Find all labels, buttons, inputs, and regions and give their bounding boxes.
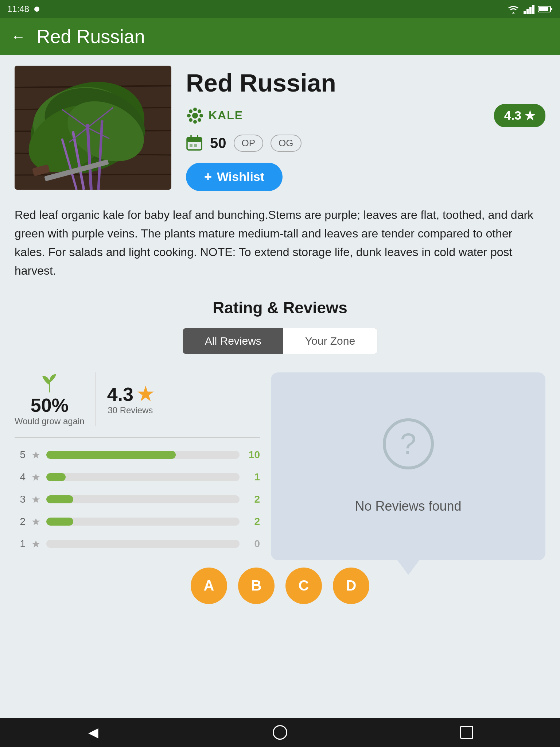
svg-rect-42 xyxy=(190,144,192,147)
rating-left: 50% Would grow again 4.3 ★ 30 Reviews 5 … xyxy=(15,372,260,560)
app-bar-title: Red Russian xyxy=(36,26,145,47)
svg-point-35 xyxy=(198,109,201,113)
svg-rect-6 xyxy=(539,7,548,11)
plant-info: Red Russian KALE xyxy=(186,66,545,191)
no-reviews-box: ? No Reviews found xyxy=(271,372,545,560)
tab-all-reviews[interactable]: All Reviews xyxy=(183,328,283,354)
no-reviews-text: No Reviews found xyxy=(355,499,461,514)
status-bar: 11:48 xyxy=(0,0,560,18)
tab-container: All Reviews Your Zone xyxy=(183,328,377,354)
grow-again-percent: 50% xyxy=(31,394,69,416)
status-bar-right xyxy=(507,4,553,14)
svg-point-0 xyxy=(34,7,39,12)
review-count: 30 Reviews xyxy=(108,405,153,415)
calendar-icon xyxy=(186,135,203,151)
svg-point-30 xyxy=(193,108,197,111)
svg-rect-2 xyxy=(526,9,529,14)
question-mark-circle: ? xyxy=(383,418,434,469)
tab-bar: All Reviews Your Zone xyxy=(15,328,545,354)
nav-back-button[interactable]: ◀ xyxy=(82,721,104,743)
status-bar-left: 11:48 xyxy=(7,4,41,14)
dot-icon xyxy=(33,5,41,13)
back-button[interactable]: ← xyxy=(11,28,26,45)
rating-star-icon: ★ xyxy=(524,108,535,123)
category-left: KALE xyxy=(186,107,243,125)
rating-stats-row: 50% Would grow again 4.3 ★ 30 Reviews 5 … xyxy=(15,372,545,560)
star-bars: 5 ★ 10 4 ★ 1 3 ★ xyxy=(15,449,260,550)
svg-point-33 xyxy=(199,114,203,117)
category-icon xyxy=(186,107,204,125)
tag-op: OP xyxy=(234,135,264,152)
svg-point-31 xyxy=(193,120,197,124)
star-bar-row-3: 3 ★ 2 xyxy=(15,494,260,506)
rating-section-title: Rating & Reviews xyxy=(15,299,545,317)
svg-rect-39 xyxy=(187,138,202,142)
bar-track-5 xyxy=(46,451,240,459)
bar-track-4 xyxy=(46,473,240,481)
rating-badge: 4.3 ★ xyxy=(494,104,545,127)
svg-point-32 xyxy=(187,114,191,117)
svg-point-29 xyxy=(192,113,198,119)
home-circle-icon xyxy=(273,725,287,740)
svg-rect-7 xyxy=(551,8,552,10)
tab-your-zone[interactable]: Your Zone xyxy=(283,328,377,354)
bar-track-3 xyxy=(46,495,240,503)
signal-icon xyxy=(524,4,534,14)
grow-again-section: 50% Would grow again xyxy=(15,372,96,426)
star-bar-row-5: 5 ★ 10 xyxy=(15,449,260,461)
rating-value: 4.3 xyxy=(504,108,521,123)
plant-name: Red Russian xyxy=(186,69,545,97)
avatar-2[interactable]: B xyxy=(238,568,275,604)
star-bar-row-2: 2 ★ 2 xyxy=(15,516,260,528)
star-bar-row-1: 1 ★ 0 xyxy=(15,538,260,550)
tag-og: OG xyxy=(271,135,301,152)
bottom-avatars: A B C D xyxy=(15,560,545,611)
days-to-maturity: 50 xyxy=(210,135,226,151)
svg-point-36 xyxy=(189,118,192,122)
battery-icon xyxy=(538,5,553,13)
wishlist-label: Wishlist xyxy=(217,170,264,184)
bar-track-1 xyxy=(46,540,240,548)
bar-fill-5 xyxy=(46,451,176,459)
svg-point-37 xyxy=(198,118,201,122)
avg-rating-value: 4.3 xyxy=(107,383,133,405)
avg-rating: 4.3 ★ xyxy=(107,383,153,405)
bar-fill-3 xyxy=(46,495,73,503)
app-bar: ← Red Russian xyxy=(0,18,560,55)
main-content: Red Russian KALE xyxy=(0,55,560,718)
svg-point-34 xyxy=(189,109,192,113)
plus-icon: + xyxy=(204,169,212,185)
bar-fill-4 xyxy=(46,473,66,481)
plant-description: Red leaf organic kale for baby leaf and … xyxy=(15,206,545,280)
avg-star-icon: ★ xyxy=(137,384,153,405)
nav-recents-button[interactable] xyxy=(456,721,478,743)
category-name: KALE xyxy=(209,109,243,122)
avatar-4[interactable]: D xyxy=(333,568,369,604)
top-section: Red Russian KALE xyxy=(15,66,545,191)
bottom-nav: ◀ xyxy=(0,718,560,747)
grow-again-label: Would grow again xyxy=(15,416,85,426)
sprout-icon xyxy=(39,372,61,394)
days-row: 50 OP OG xyxy=(186,135,545,152)
grow-again-row: 50% Would grow again 4.3 ★ 30 Reviews xyxy=(15,372,260,438)
wishlist-button[interactable]: + Wishlist xyxy=(186,163,283,191)
bar-track-2 xyxy=(46,518,240,526)
category-row: KALE 4.3 ★ xyxy=(186,104,545,127)
plant-illustration xyxy=(15,66,171,190)
svg-rect-3 xyxy=(529,7,532,14)
bar-fill-2 xyxy=(46,518,73,526)
star-bar-row-4: 4 ★ 1 xyxy=(15,471,260,483)
avatar-3[interactable]: C xyxy=(285,568,322,604)
avatar-1[interactable]: A xyxy=(191,568,227,604)
svg-rect-4 xyxy=(532,5,534,14)
svg-rect-43 xyxy=(194,144,197,147)
avg-rating-section: 4.3 ★ 30 Reviews xyxy=(107,383,153,415)
status-time: 11:48 xyxy=(7,4,29,14)
nav-home-button[interactable] xyxy=(269,721,291,743)
plant-image xyxy=(15,66,171,190)
svg-rect-1 xyxy=(524,11,526,14)
wifi-icon xyxy=(507,4,520,14)
question-mark-icon: ? xyxy=(400,427,416,461)
recents-square-icon xyxy=(460,726,473,739)
